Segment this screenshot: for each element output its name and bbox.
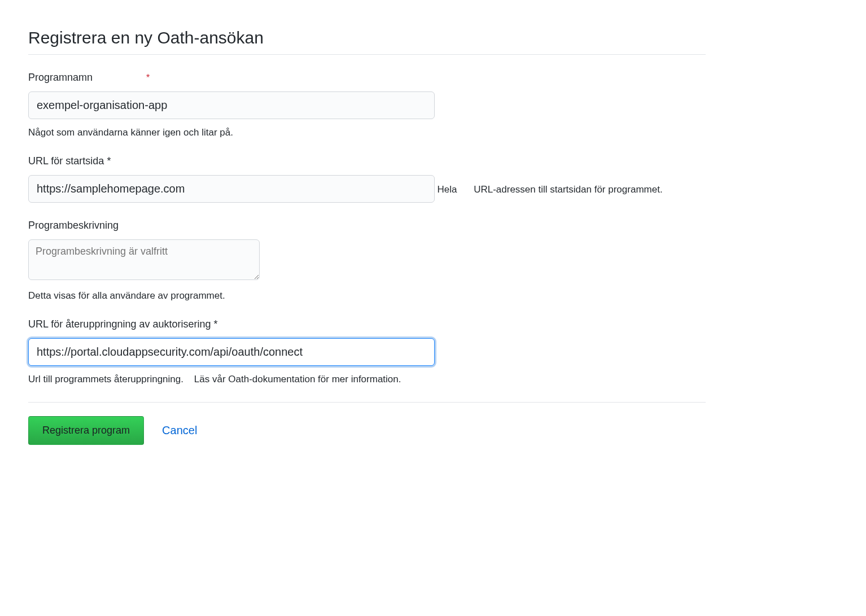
homepage-help-word1: Hela (437, 184, 457, 195)
callback-url-input[interactable] (28, 338, 435, 366)
homepage-url-help: Hela URL-adressen till startsidan för pr… (437, 184, 662, 195)
cancel-button[interactable]: Cancel (162, 424, 197, 437)
description-help: Detta visas för alla användare av progra… (28, 290, 706, 302)
description-group: Programbeskrivning Detta visas för alla … (28, 220, 706, 302)
homepage-url-group: URL för startsida * Hela URL-adressen ti… (28, 155, 706, 203)
description-label: Programbeskrivning (28, 220, 706, 231)
callback-url-help: Url till programmets återuppringning. Lä… (28, 374, 706, 385)
description-textarea[interactable] (28, 239, 260, 280)
register-button[interactable]: Registrera program (28, 416, 144, 445)
app-name-group: Programnamn * Något som användarna känne… (28, 72, 706, 138)
app-name-input[interactable] (28, 91, 435, 119)
homepage-url-label: URL för startsida * (28, 155, 706, 167)
required-star-icon: * (146, 73, 150, 82)
app-name-help: Något som användarna känner igen och lit… (28, 127, 706, 138)
app-name-label-text: Programnamn (28, 72, 93, 83)
callback-url-label: URL för återuppringning av auktorisering… (28, 318, 706, 330)
app-name-label: Programnamn * (28, 72, 706, 84)
page-title: Registrera en ny Oath-ansökan (28, 28, 706, 47)
homepage-help-rest: URL-adressen till startsidan för program… (474, 184, 662, 195)
homepage-url-input[interactable] (28, 175, 435, 203)
bottom-divider (28, 402, 706, 403)
actions-row: Registrera program Cancel (28, 416, 706, 445)
callback-url-group: URL för återuppringning av auktorisering… (28, 318, 706, 385)
callback-help-1: Url till programmets återuppringning. (28, 374, 183, 385)
title-divider (28, 54, 706, 55)
callback-help-2: Läs vår Oath-dokumentation för mer infor… (194, 374, 401, 385)
